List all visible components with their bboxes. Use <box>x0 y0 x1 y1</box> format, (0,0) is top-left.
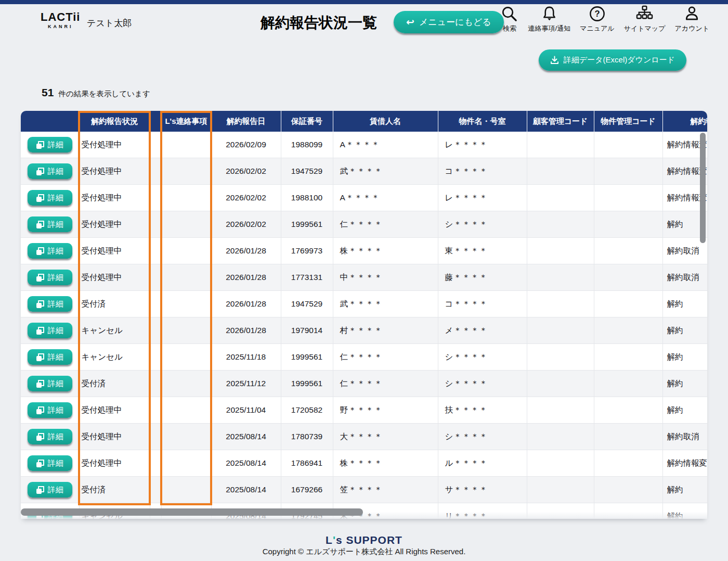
detail-button-label: 詳細 <box>48 299 63 309</box>
detail-button-label: 詳細 <box>48 140 63 150</box>
excel-download-button[interactable]: 詳細データ(Excel)ダウンロード <box>539 49 686 71</box>
table-row: 詳細 キャンセル 2025/11/18 1999561 仁＊＊＊＊ シ＊＊＊＊ … <box>21 344 707 371</box>
detail-button[interactable]: 詳細 <box>28 243 72 259</box>
cell-status: キャンセル <box>79 344 150 371</box>
cell-property-name: コ＊＊＊＊ <box>438 158 527 185</box>
nav-sitemap[interactable]: サイトマップ <box>624 5 666 33</box>
cell-report-type: 解約取消 <box>662 264 707 291</box>
detail-button[interactable]: 詳細 <box>28 402 72 418</box>
detail-button[interactable]: 詳細 <box>28 270 72 285</box>
detail-button[interactable]: 詳細 <box>28 137 72 152</box>
nav-account-label: アカウント <box>674 24 709 33</box>
document-icon <box>36 274 44 282</box>
detail-button[interactable]: 詳細 <box>28 429 72 444</box>
cell-status: 受付済 <box>79 291 150 317</box>
cell-status: 受付処理中 <box>79 238 150 264</box>
cell-actions: 詳細 <box>21 238 79 264</box>
cell-status: 受付処理中 <box>79 424 150 450</box>
detail-button[interactable]: 詳細 <box>28 163 72 179</box>
cell-spacer <box>150 397 161 424</box>
nav-search[interactable]: 検索 <box>500 5 518 33</box>
detail-button[interactable]: 詳細 <box>28 455 72 471</box>
document-icon <box>36 433 44 441</box>
detail-button[interactable]: 詳細 <box>28 349 72 365</box>
cell-status: キャンセル <box>79 317 150 344</box>
document-icon <box>36 221 44 228</box>
document-icon <box>36 460 44 467</box>
nav-manual[interactable]: ? マニュアル <box>580 5 615 33</box>
nav-manual-label: マニュアル <box>580 24 615 33</box>
detail-button[interactable]: 詳細 <box>28 296 72 312</box>
cell-status: 受付処理中 <box>79 397 150 424</box>
document-icon <box>36 380 44 388</box>
col-header-customer-code: 顧客管理コード <box>527 111 594 132</box>
cell-report-type: 解約 <box>662 291 707 317</box>
detail-button[interactable]: 詳細 <box>28 482 72 498</box>
results-summary: 51 件の結果を表示しています <box>42 86 150 99</box>
detail-button-label: 詳細 <box>48 405 63 415</box>
cell-property-code <box>594 371 662 397</box>
document-icon <box>36 353 44 361</box>
cell-guarantee-no: 1679266 <box>281 477 333 503</box>
cell-actions: 詳細 <box>21 424 79 450</box>
cell-report-date: 2025/11/18 <box>211 344 281 371</box>
cell-property-code <box>594 477 662 503</box>
cell-ls-note <box>161 211 211 238</box>
table-row: 詳細 受付処理中 2026/02/02 1947529 武＊＊＊＊ コ＊＊＊＊ … <box>21 158 707 185</box>
cell-property-code <box>594 424 662 450</box>
detail-button[interactable]: 詳細 <box>28 190 72 206</box>
table-row: 詳細 受付処理中 2026/01/28 1773131 中＊＊＊＊ 藤＊＊＊＊ … <box>21 264 707 291</box>
cell-customer-code <box>527 238 594 264</box>
account-icon <box>683 5 701 23</box>
excel-download-label: 詳細データ(Excel)ダウンロード <box>564 55 675 65</box>
cell-report-date: 2026/02/02 <box>211 185 281 211</box>
cell-customer-code <box>527 317 594 344</box>
cell-status: 受付済 <box>79 477 150 503</box>
cell-tenant-name: 中＊＊＊＊ <box>333 264 438 291</box>
detail-button[interactable]: 詳細 <box>28 216 72 232</box>
cell-tenant-name: 仁＊＊＊＊ <box>333 211 438 238</box>
cell-customer-code <box>527 450 594 477</box>
results-table: 解約報告状況 L's連絡事項 解約報告日 保証番号 賃借人名 物件名・号室 顧客… <box>21 111 707 519</box>
detail-button-label: 詳細 <box>48 193 63 203</box>
detail-button-label: 詳細 <box>48 458 63 468</box>
document-icon <box>36 300 44 308</box>
help-icon: ? <box>588 5 606 23</box>
detail-button-label: 詳細 <box>48 246 63 256</box>
cell-tenant-name: 武＊＊＊＊ <box>333 291 438 317</box>
cell-property-code <box>594 397 662 424</box>
cell-property-name: ル＊＊＊＊ <box>438 450 527 477</box>
cell-spacer <box>150 344 161 371</box>
cell-property-name: 扶＊＊＊＊ <box>438 397 527 424</box>
col-header-report-date: 解約報告日 <box>211 111 281 132</box>
top-accent-bar <box>0 0 728 4</box>
cell-ls-note <box>161 450 211 477</box>
user-name: テスト太郎 <box>87 17 132 29</box>
detail-button-label: 詳細 <box>48 352 63 362</box>
nav-notifications[interactable]: 連絡事項/通知 <box>528 5 570 33</box>
cell-customer-code <box>527 344 594 371</box>
cell-spacer <box>150 264 161 291</box>
cell-report-type: 解約 <box>662 477 707 503</box>
cell-tenant-name: 仁＊＊＊＊ <box>333 344 438 371</box>
back-to-menu-button[interactable]: ↩ メニューにもどる <box>394 11 504 33</box>
cell-spacer <box>150 291 161 317</box>
vertical-scrollbar-thumb[interactable] <box>700 133 706 243</box>
cell-property-name: シ＊＊＊＊ <box>438 344 527 371</box>
logo-text: LACTii <box>41 11 80 23</box>
detail-button[interactable]: 詳細 <box>28 376 72 391</box>
cell-ls-note <box>161 424 211 450</box>
table-row: 詳細 受付処理中 2026/02/09 1988099 A＊＊＊＊ レ＊＊＊＊ … <box>21 132 707 158</box>
col-header-actions <box>21 111 79 132</box>
cell-actions: 詳細 <box>21 397 79 424</box>
cell-ls-note <box>161 397 211 424</box>
detail-button-label: 詳細 <box>48 326 63 336</box>
cell-tenant-name: A＊＊＊＊ <box>333 185 438 211</box>
horizontal-scrollbar-thumb[interactable] <box>21 508 363 516</box>
table-body: 詳細 受付処理中 2026/02/09 1988099 A＊＊＊＊ レ＊＊＊＊ … <box>21 132 707 519</box>
cell-actions: 詳細 <box>21 477 79 503</box>
detail-button[interactable]: 詳細 <box>28 323 72 338</box>
document-icon <box>36 247 44 255</box>
nav-account[interactable]: アカウント <box>674 5 709 33</box>
cell-property-name: 東＊＊＊＊ <box>438 238 527 264</box>
